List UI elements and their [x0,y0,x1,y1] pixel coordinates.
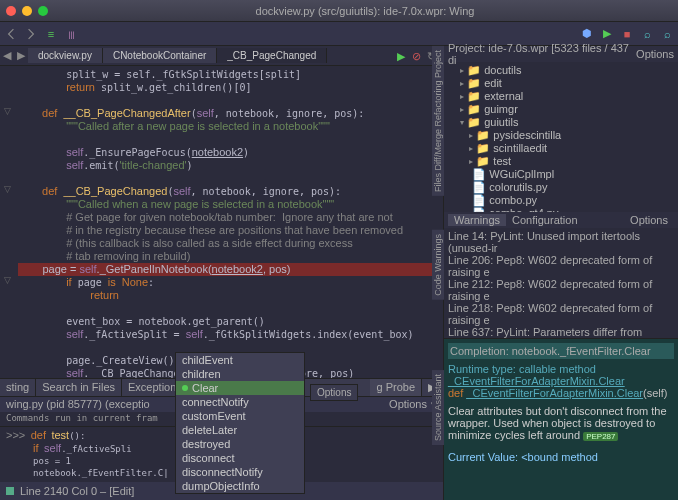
completion-popup[interactable]: childEventchildrenClearconnectNotifycust… [175,352,305,494]
warning-item[interactable]: Line 637: PyLint: Parameters differ from… [448,326,674,338]
bug-icon[interactable]: ⬢ [580,27,594,41]
popup-item[interactable]: disconnectNotify [176,465,304,479]
bars-icon[interactable]: ≡ [44,27,58,41]
gutter: ▽ ▽ ▽ ▽ [0,66,14,378]
search2-icon[interactable]: ⌕ [660,27,674,41]
tree-node[interactable]: ▸📁 pysidescintilla [448,129,674,142]
project-tree[interactable]: ▸📁 docutils ▸📁 edit ▸📁 external ▸📁 guimg… [444,62,678,212]
probe-options[interactable]: Options [389,398,427,411]
window-title: dockview.py (src/guiutils): ide-7.0x.wpr… [58,5,672,17]
warnings-list[interactable]: Line 14: PyLint: Unused import itertools… [444,228,678,338]
status-indicator-icon [6,487,14,495]
pep-badge: PEP287 [583,432,618,441]
completion-label: Completion: notebook._fEventFilter.Clear [448,343,674,359]
code-editor[interactable]: split_w = self._fGtkSplitWidgets[split] … [14,66,443,378]
warnings-options[interactable]: Options [624,214,674,226]
tab-right-icon[interactable]: ▶ [14,49,28,62]
popup-item[interactable]: customEvent [176,409,304,423]
search-icon[interactable]: ⌕ [640,27,654,41]
minimize-window[interactable] [22,6,32,16]
class-link[interactable]: _CEventFilterForAdapterMixin.Clear [448,375,625,387]
zoom-window[interactable] [38,6,48,16]
nav-back-icon[interactable] [4,27,18,41]
popup-item[interactable]: dumpObjectInfo [176,479,304,493]
tab-left-icon[interactable]: ◀ [0,49,14,62]
tree-node[interactable]: 📄 combo.py [448,194,674,207]
tree-node[interactable]: 📄 colorutils.py [448,181,674,194]
btab-0[interactable]: sting [0,379,36,396]
popup-item[interactable]: destroyed [176,437,304,451]
sig-args: (self) [643,387,667,399]
probe-tab[interactable]: g Probe [370,379,422,396]
config-tab[interactable]: Configuration [506,214,583,226]
warnings-tab[interactable]: Warnings [448,214,506,226]
source-assistant: Completion: notebook._fEventFilter.Clear… [444,338,678,500]
tab-cbpagechanged[interactable]: _CB_PageChanged [217,48,327,63]
tree-node[interactable]: 📄 WGuiCplImpl [448,168,674,181]
play-icon[interactable]: ▶ [600,27,614,41]
sig-fn[interactable]: _CEventFilterForAdapterMixin.Clear [466,387,643,399]
tree-node[interactable]: ▸📁 docutils [448,64,674,77]
stop2-icon[interactable]: ⊘ [412,50,424,62]
tree-node[interactable]: ▸📁 external [448,90,674,103]
tree-node[interactable]: ▸📁 scintillaedit [448,142,674,155]
warning-item[interactable]: Line 218: Pep8: W602 deprecated form of … [448,302,674,326]
tab-cnotebook[interactable]: CNotebookContainer [103,48,217,63]
console-path: wing.py (pid 85777) (exceptio [6,398,150,411]
close-window[interactable] [6,6,16,16]
popup-item[interactable]: disconnect [176,451,304,465]
popup-options[interactable]: Options [310,384,358,401]
tab-dockview[interactable]: dockview.py [28,48,103,63]
runtime-type: Runtime type: callable method [448,363,596,375]
nav-fwd-icon[interactable] [24,27,38,41]
spectrum-icon[interactable]: ⫼ [64,27,78,41]
sig-def: def [448,387,466,399]
popup-item[interactable]: children [176,367,304,381]
project-options[interactable]: Options [636,48,674,60]
run-icon[interactable]: ▶ [397,50,409,62]
tree-node[interactable]: ▸📁 guimgr [448,103,674,116]
vtab-project[interactable]: Files Diff/Merge Refactoring Project [432,46,444,196]
tree-node[interactable]: ▾📁 guiutils [448,116,674,129]
tree-node[interactable]: ▸📁 edit [448,77,674,90]
warning-item[interactable]: Line 212: Pep8: W602 deprecated form of … [448,278,674,302]
tree-node[interactable]: ▸📁 test [448,155,674,168]
popup-item[interactable]: connectNotify [176,395,304,409]
status-position: Line 2140 Col 0 – [Edit] [20,485,134,497]
warning-item[interactable]: Line 14: PyLint: Unused import itertools… [448,230,674,254]
editor-tabs: ◀ ▶ dockview.py CNotebookContainer _CB_P… [0,46,443,66]
popup-item[interactable]: Clear [176,381,304,395]
popup-item[interactable]: childEvent [176,353,304,367]
vtab-warnings[interactable]: Code Warnings [432,230,444,300]
warning-item[interactable]: Line 206: Pep8: W602 deprecated form of … [448,254,674,278]
stop-icon[interactable]: ■ [620,27,634,41]
assist-desc: Clear attributes but don't disconnect fr… [448,405,667,441]
current-value: Current Value: <bound method [448,451,674,463]
btab-1[interactable]: Search in Files [36,379,122,396]
vtab-assistant[interactable]: Source Assistant [432,370,444,445]
popup-item[interactable]: deleteLater [176,423,304,437]
